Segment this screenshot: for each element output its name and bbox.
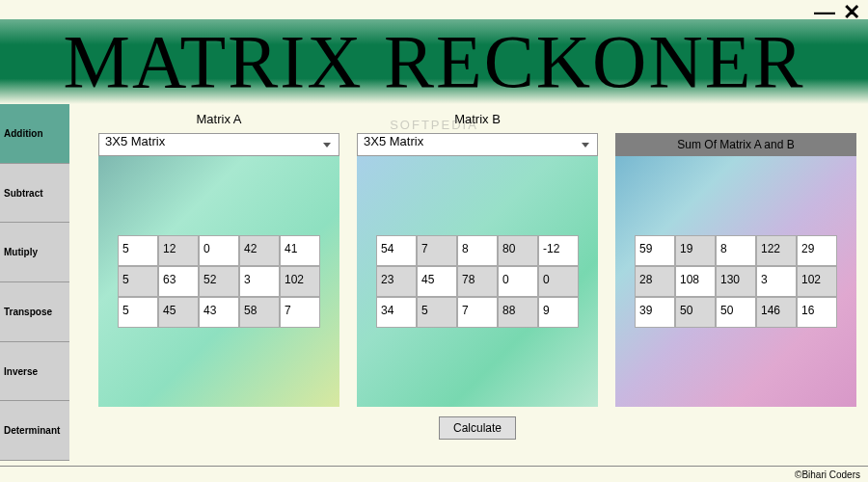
matrix-a-cell[interactable]: 58 — [239, 297, 280, 328]
result-cell: 130 — [716, 266, 756, 297]
result-spacer — [615, 112, 856, 129]
matrix-b-cell[interactable]: 45 — [417, 266, 457, 297]
result-cell: 16 — [797, 297, 837, 328]
result-cell: 28 — [635, 266, 675, 297]
panel-matrix-b: Matrix B 3X5 Matrix 54 7 8 80 -12 23 45 … — [357, 112, 598, 407]
sidebar-item-inverse[interactable]: Inverse — [0, 342, 69, 402]
matrix-b-cell[interactable]: 78 — [457, 266, 498, 297]
minimize-icon[interactable]: — — [814, 2, 835, 23]
matrix-b-cell[interactable]: 80 — [498, 235, 538, 266]
matrix-a-cell[interactable]: 5 — [118, 235, 158, 266]
result-cell: 19 — [675, 235, 716, 266]
result-box: 59 19 8 122 29 28 108 130 3 102 39 50 50… — [615, 156, 856, 407]
matrix-b-cell[interactable]: 88 — [498, 297, 538, 328]
matrix-b-cell[interactable]: 7 — [417, 235, 457, 266]
matrix-a-label: Matrix A — [98, 112, 339, 129]
matrix-b-cell[interactable]: 54 — [376, 235, 417, 266]
matrix-a-cell[interactable]: 102 — [280, 266, 320, 297]
result-header: Sum Of Matrix A and B — [615, 133, 856, 156]
matrix-b-cell[interactable]: 23 — [376, 266, 417, 297]
result-cell: 39 — [635, 297, 675, 328]
matrix-b-grid: 54 7 8 80 -12 23 45 78 0 0 34 5 7 88 — [376, 235, 579, 328]
matrix-b-cell[interactable]: 7 — [457, 297, 498, 328]
matrix-a-cell[interactable]: 5 — [118, 266, 158, 297]
header-banner: MATRIX RECKONER — [0, 19, 868, 104]
result-cell: 102 — [797, 266, 837, 297]
footer-divider — [0, 466, 868, 467]
matrix-b-box: 54 7 8 80 -12 23 45 78 0 0 34 5 7 88 — [357, 156, 598, 407]
footer-copyright: ©Bihari Coders — [795, 469, 860, 480]
matrix-a-cell[interactable]: 3 — [239, 266, 280, 297]
matrix-a-cell[interactable]: 12 — [158, 235, 199, 266]
matrix-b-cell[interactable]: 8 — [457, 235, 498, 266]
matrix-b-cell[interactable]: 0 — [538, 266, 579, 297]
sidebar-item-determinant[interactable]: Determinant — [0, 401, 69, 461]
sidebar-item-subtract[interactable]: Subtract — [0, 164, 69, 224]
sidebar-item-addition[interactable]: Addition — [0, 104, 69, 164]
matrix-b-cell[interactable]: 34 — [376, 297, 417, 328]
matrix-b-cell[interactable]: -12 — [538, 235, 579, 266]
matrix-a-cell[interactable]: 5 — [118, 297, 158, 328]
result-cell: 146 — [756, 297, 797, 328]
calculate-button[interactable]: Calculate — [439, 416, 516, 440]
result-cell: 50 — [716, 297, 756, 328]
panel-matrix-a: Matrix A 3X5 Matrix 5 12 0 42 41 5 63 52… — [98, 112, 339, 407]
matrix-a-cell[interactable]: 42 — [239, 235, 280, 266]
matrix-a-cell[interactable]: 52 — [199, 266, 239, 297]
matrix-a-cell[interactable]: 7 — [280, 297, 320, 328]
matrix-a-cell[interactable]: 0 — [199, 235, 239, 266]
result-cell: 8 — [716, 235, 756, 266]
matrix-b-cell[interactable]: 9 — [538, 297, 579, 328]
sidebar-item-multiply[interactable]: Mutiply — [0, 223, 69, 282]
matrix-b-label: Matrix B — [357, 112, 598, 129]
result-cell: 29 — [797, 235, 837, 266]
panel-result: Sum Of Matrix A and B 59 19 8 122 29 28 … — [615, 112, 856, 407]
app-title: MATRIX RECKONER — [64, 18, 805, 105]
matrix-a-cell[interactable]: 41 — [280, 235, 320, 266]
result-cell: 59 — [635, 235, 675, 266]
matrix-a-cell[interactable]: 45 — [158, 297, 199, 328]
result-cell: 122 — [756, 235, 797, 266]
matrix-a-size-select[interactable]: 3X5 Matrix — [98, 133, 339, 156]
matrix-a-box: 5 12 0 42 41 5 63 52 3 102 5 45 43 58 — [98, 156, 339, 407]
matrix-a-grid: 5 12 0 42 41 5 63 52 3 102 5 45 43 58 — [118, 235, 320, 328]
sidebar: Addition Subtract Mutiply Transpose Inve… — [0, 104, 69, 461]
result-cell: 50 — [675, 297, 716, 328]
matrix-a-cell[interactable]: 63 — [158, 266, 199, 297]
sidebar-item-transpose[interactable]: Transpose — [0, 282, 69, 342]
result-cell: 3 — [756, 266, 797, 297]
matrix-b-cell[interactable]: 0 — [498, 266, 538, 297]
matrix-b-size-select[interactable]: 3X5 Matrix — [357, 133, 598, 156]
result-cell: 108 — [675, 266, 716, 297]
matrix-b-cell[interactable]: 5 — [417, 297, 457, 328]
matrix-a-cell[interactable]: 43 — [199, 297, 239, 328]
close-icon[interactable]: ✕ — [843, 2, 860, 23]
result-grid: 59 19 8 122 29 28 108 130 3 102 39 50 50… — [635, 235, 837, 328]
